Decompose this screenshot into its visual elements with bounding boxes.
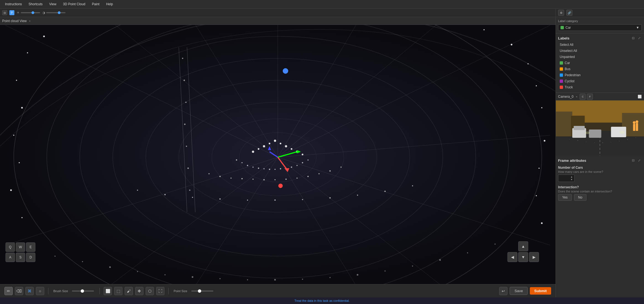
camera-f-btn[interactable]: F	[587, 94, 593, 100]
pc-p-btn[interactable]: P	[9, 10, 14, 15]
camera-c-btn[interactable]: C	[580, 94, 586, 100]
submit-button[interactable]: Submit	[530, 287, 551, 295]
label-bus[interactable]: Bus	[558, 66, 642, 72]
svg-point-120	[384, 270, 386, 271]
contrast-slider[interactable]	[46, 12, 66, 13]
key-s[interactable]: S	[16, 253, 25, 262]
num-cars-decrement[interactable]: ▼	[570, 178, 573, 181]
svg-point-56	[252, 151, 254, 153]
svg-point-85	[318, 173, 320, 174]
frame-attr-expand-icon[interactable]: ⤢	[637, 158, 642, 163]
car-label: Car	[565, 61, 570, 65]
arrow-down[interactable]: ▼	[518, 252, 528, 262]
point-cloud-area: ⊟ P ☀ ◑ Point cloud View ×	[0, 9, 556, 297]
svg-point-49	[263, 145, 265, 147]
svg-point-55	[258, 148, 259, 150]
menu-help[interactable]: Help	[103, 1, 116, 7]
tab-close-point-cloud[interactable]: ×	[29, 19, 31, 23]
menu-view[interactable]: View	[46, 1, 59, 7]
point-size-label: Point Size	[174, 289, 187, 293]
cyclist-label: Cyclist	[565, 79, 574, 83]
label-cyclist[interactable]: Cyclist	[558, 78, 642, 84]
key-q[interactable]: Q	[6, 242, 15, 252]
svg-point-103	[185, 102, 187, 103]
labels-minimize-icon[interactable]: ⊟	[631, 36, 636, 41]
settings-icon[interactable]: ⚙	[558, 10, 564, 16]
undo-btn[interactable]: ↩	[499, 287, 507, 295]
link-icon[interactable]: 🔗	[566, 10, 572, 16]
menu-shortcuts[interactable]: Shortcuts	[26, 1, 45, 7]
yes-button[interactable]: Yes	[558, 194, 572, 201]
svg-point-144	[569, 139, 570, 139]
svg-point-48	[541, 222, 543, 224]
label-car[interactable]: Car	[558, 60, 642, 66]
svg-rect-139	[574, 126, 585, 130]
menu-bar: Instructions Shortcuts View 3D Point Clo…	[0, 0, 644, 9]
menu-3d-point-cloud[interactable]: 3D Point Cloud	[60, 1, 88, 7]
label-category-select[interactable]: Car ▼	[558, 24, 642, 31]
key-w[interactable]: W	[16, 242, 25, 252]
fullscreen-btn[interactable]: ⛶	[156, 287, 164, 295]
svg-point-71	[302, 162, 303, 163]
arrow-right[interactable]: ▶	[529, 252, 539, 262]
save-button[interactable]: Save	[510, 287, 527, 295]
point-size-slider[interactable]	[191, 290, 213, 292]
frame-attr-minimize-icon[interactable]: ⊟	[631, 158, 636, 163]
svg-point-142	[585, 131, 590, 134]
key-e[interactable]: E	[26, 242, 35, 252]
no-button[interactable]: No	[574, 194, 587, 201]
label-pedestrian[interactable]: Pedestrian	[558, 72, 642, 78]
intersection-desc: Does the scene contain an intersection?	[558, 190, 642, 193]
svg-point-61	[247, 165, 248, 166]
svg-point-54	[291, 148, 292, 150]
draw-tool-btn[interactable]: ✏	[4, 287, 13, 295]
status-message: Treat the data in this task as confident…	[294, 299, 350, 302]
num-cars-increment[interactable]: ▲	[570, 176, 573, 178]
camera-tab-label: Camera_0	[558, 95, 574, 99]
unpainted-label: Unpainted	[560, 55, 575, 59]
arrow-up[interactable]: ▲	[518, 241, 528, 251]
lasso-tool-btn[interactable]: ⌘	[25, 287, 34, 295]
frame-attr-icons: ⊟ ⤢	[631, 158, 642, 163]
key-d[interactable]: D	[26, 253, 35, 262]
rect-deselect-btn[interactable]: ⬚	[114, 287, 122, 295]
labels-expand-icon[interactable]: ⤢	[637, 36, 642, 41]
brightness-slider[interactable]	[21, 12, 40, 13]
arrow-left[interactable]: ◀	[507, 252, 517, 262]
erase-tool-btn[interactable]: ⌫	[15, 287, 23, 295]
key-a[interactable]: A	[6, 253, 15, 262]
svg-point-102	[184, 80, 185, 81]
label-unselect-all[interactable]: Unselect All	[558, 48, 642, 54]
arrow-keys: ▲ ◀ ▼ ▶	[507, 241, 539, 262]
svg-point-97	[384, 191, 386, 192]
svg-point-22	[27, 52, 28, 53]
svg-point-150	[619, 141, 620, 141]
point-cloud-canvas[interactable]: Q W E A S D ▲ ◀ ▼ ▶	[0, 25, 556, 284]
circle-tool-btn[interactable]: ○	[36, 287, 44, 295]
num-cars-label: Number of Cars	[558, 166, 642, 170]
svg-point-106	[187, 168, 189, 169]
move-btn[interactable]: ✥	[135, 287, 143, 295]
right-panel: ⚙ 🔗 Label category Car ▼ Labels ⊟ ⤢	[556, 9, 644, 297]
minimize-icon[interactable]: ⊟	[2, 10, 7, 15]
menu-instructions[interactable]: Instructions	[2, 1, 25, 7]
intersection-label: Intersection?	[558, 185, 642, 189]
svg-line-9	[55, 25, 278, 157]
svg-point-40	[13, 135, 14, 136]
category-selected-value: Car	[566, 26, 571, 30]
camera-tab-close[interactable]: ×	[576, 95, 577, 98]
camera-maximize-icon[interactable]: ⬜	[638, 95, 642, 99]
paint-btn[interactable]: 🖌	[125, 287, 133, 295]
menu-paint[interactable]: Paint	[89, 1, 102, 7]
category-color-dot	[561, 26, 564, 29]
rect-select-btn[interactable]: ⬜	[104, 287, 112, 295]
label-select-all[interactable]: Select All	[558, 42, 642, 48]
label-truck[interactable]: Truck	[558, 84, 642, 90]
svg-point-87	[341, 166, 342, 168]
num-cars-input[interactable]: ▲ ▼	[558, 175, 575, 182]
svg-marker-126	[297, 150, 301, 154]
svg-point-73	[242, 162, 243, 163]
transform-btn[interactable]: ⬡	[146, 287, 154, 295]
label-unpainted[interactable]: Unpainted	[558, 54, 642, 60]
brush-size-slider[interactable]	[72, 290, 94, 292]
